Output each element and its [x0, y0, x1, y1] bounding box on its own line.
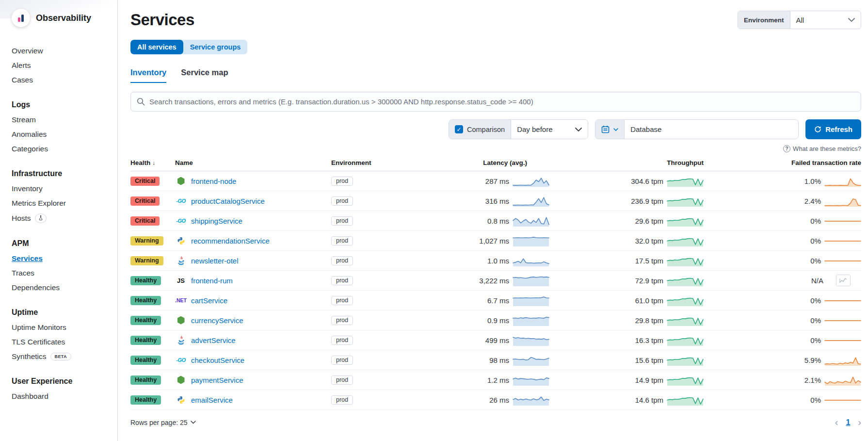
throughput-value: 17.5 tpm: [635, 257, 663, 265]
nav-section-apm: APM: [12, 237, 117, 250]
throughput-value: 14.6 tpm: [635, 396, 663, 404]
health-badge: Healthy: [130, 356, 161, 365]
col-header-name[interactable]: Name: [175, 155, 331, 171]
service-link[interactable]: advertService: [191, 336, 236, 344]
throughput-sparkline: [667, 354, 704, 366]
page-number[interactable]: 1: [846, 418, 850, 427]
sidebar-item-alerts[interactable]: Alerts: [12, 58, 117, 73]
latency-value: 1.2 ms: [487, 376, 509, 384]
sidebar-nav: OverviewAlertsCasesLogsStreamAnomaliesCa…: [12, 44, 117, 404]
latency-sparkline: [513, 234, 549, 247]
sidebar-item-anomalies[interactable]: Anomalies: [12, 127, 117, 142]
sidebar-item-traces[interactable]: Traces: [12, 266, 117, 280]
service-link[interactable]: shippingService: [191, 217, 242, 225]
throughput-value: 304.6 tpm: [631, 177, 663, 185]
latency-value: 1,027 ms: [479, 237, 509, 245]
sidebar-item-dependencies[interactable]: Dependencies: [12, 280, 117, 295]
java-icon: [175, 256, 187, 265]
sidebar-item-categories[interactable]: Categories: [12, 142, 117, 156]
error-rate-sparkline: [824, 393, 861, 406]
service-link[interactable]: paymentService: [191, 376, 243, 384]
error-rate-sparkline: [824, 214, 861, 227]
sidebar-item-stream[interactable]: Stream: [12, 113, 117, 127]
environment-badge: prod: [331, 236, 353, 245]
flask-icon: [35, 213, 47, 223]
error-rate-value: 2.4%: [804, 197, 821, 205]
toggle-service-groups[interactable]: Service groups: [183, 40, 248, 54]
pagination: ‹ 1 ›: [835, 417, 861, 428]
environment-badge: prod: [331, 356, 353, 365]
sidebar-item-synthetics[interactable]: SyntheticsBETA: [12, 349, 117, 364]
rows-per-page-selector[interactable]: Rows per page: 25: [130, 419, 196, 426]
prev-page-button[interactable]: ‹: [835, 417, 838, 428]
col-header-health[interactable]: Health ↓: [130, 155, 175, 171]
col-header-environment[interactable]: Environment: [331, 155, 476, 171]
throughput-sparkline: [667, 314, 704, 327]
error-rate-value: N/A: [811, 277, 823, 285]
throughput-sparkline: [667, 274, 704, 287]
sidebar-item-cases[interactable]: Cases: [12, 73, 117, 87]
js-icon: JS: [175, 277, 187, 284]
sidebar-item-uptime-monitors[interactable]: Uptime Monitors: [12, 320, 117, 335]
service-link[interactable]: cartService: [191, 296, 227, 305]
chevron-down-icon[interactable]: [613, 128, 618, 131]
service-link[interactable]: frontend-node: [191, 177, 236, 185]
throughput-sparkline: [667, 175, 704, 187]
throughput-value: 29.6 tpm: [635, 217, 663, 225]
sidebar-item-services[interactable]: Services: [12, 251, 117, 266]
app-logo[interactable]: Observability: [12, 9, 117, 27]
services-toggle-group: All servicesService groups: [130, 40, 247, 54]
table-row: Criticalfrontend-nodeprod287 ms304.6 tpm…: [130, 171, 861, 191]
service-link[interactable]: frontend-rum: [191, 277, 233, 285]
service-link[interactable]: recommendationService: [191, 237, 270, 245]
calendar-icon[interactable]: [601, 125, 610, 133]
sidebar-item-tls-certificates[interactable]: TLS Certificates: [12, 335, 117, 349]
service-link[interactable]: newsletter-otel: [191, 257, 239, 265]
service-link[interactable]: currencyService: [191, 316, 243, 325]
sidebar-item-dashboard[interactable]: Dashboard: [12, 389, 117, 404]
table-row: HealthyJSfrontend-rumprod3,222 ms72.9 tp…: [130, 271, 861, 291]
throughput-sparkline: [667, 374, 704, 386]
throughput-sparkline: [667, 393, 704, 406]
date-picker: Database: [595, 119, 799, 139]
tab-service-map[interactable]: Service map: [181, 68, 228, 83]
search-bar[interactable]: [130, 92, 861, 112]
search-input[interactable]: [149, 98, 855, 106]
go-icon: -GO: [175, 218, 187, 224]
sidebar-item-inventory[interactable]: Inventory: [12, 181, 117, 196]
service-link[interactable]: emailService: [191, 396, 233, 404]
metrics-help-link[interactable]: ? What are these metrics?: [783, 145, 861, 152]
service-link[interactable]: checkoutService: [191, 356, 244, 364]
date-picker-value[interactable]: Database: [625, 120, 798, 139]
error-rate-sparkline: [824, 374, 861, 386]
col-header-failed-rate[interactable]: Failed transaction rate: [704, 155, 861, 171]
sidebar-item-overview[interactable]: Overview: [12, 44, 117, 58]
latency-value: 3,222 ms: [479, 277, 509, 285]
toggle-all-services[interactable]: All services: [130, 40, 183, 54]
sidebar-item-metrics-explorer[interactable]: Metrics Explorer: [12, 196, 117, 211]
tab-inventory[interactable]: Inventory: [130, 68, 166, 83]
nav-section-infrastructure: Infrastructure: [12, 167, 117, 180]
environment-select[interactable]: Environment All: [738, 11, 861, 29]
error-rate-sparkline: [824, 234, 861, 247]
beta-badge: BETA: [50, 353, 71, 360]
comparison-checkbox[interactable]: ✓: [455, 125, 463, 133]
environment-badge: prod: [331, 196, 353, 206]
health-badge: Critical: [130, 216, 160, 226]
next-page-button[interactable]: ›: [858, 417, 861, 428]
sidebar-item-hosts[interactable]: Hosts: [12, 211, 117, 226]
col-header-latency[interactable]: Latency (avg.): [476, 155, 549, 171]
nodejs-icon: [175, 177, 187, 185]
table-row: Healthy.NETcartServiceprod6.7 ms61.0 tpm…: [130, 291, 861, 310]
environment-select-value: All: [796, 16, 804, 24]
service-link[interactable]: productCatalogService: [191, 197, 265, 205]
col-header-throughput[interactable]: Throughput: [549, 155, 704, 171]
health-badge: Healthy: [130, 276, 161, 285]
refresh-button[interactable]: Refresh: [805, 119, 861, 139]
latency-sparkline: [513, 175, 549, 187]
throughput-value: 16.3 tpm: [635, 336, 663, 344]
chevron-down-icon: [191, 421, 196, 424]
comparison-select[interactable]: Day before: [511, 120, 588, 139]
error-rate-sparkline: [824, 254, 861, 267]
latency-sparkline: [513, 214, 549, 227]
